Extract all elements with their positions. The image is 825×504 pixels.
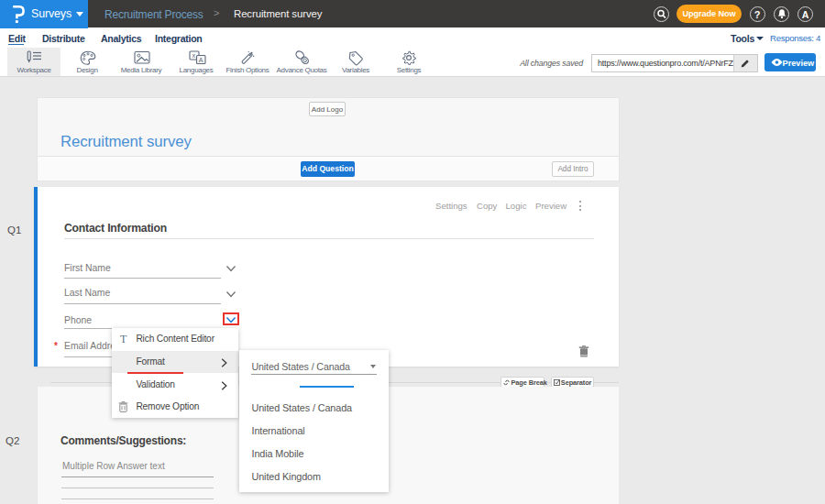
svg-text:x: x	[192, 51, 195, 60]
svg-text:T: T	[120, 333, 127, 345]
svg-text:A: A	[199, 57, 204, 63]
